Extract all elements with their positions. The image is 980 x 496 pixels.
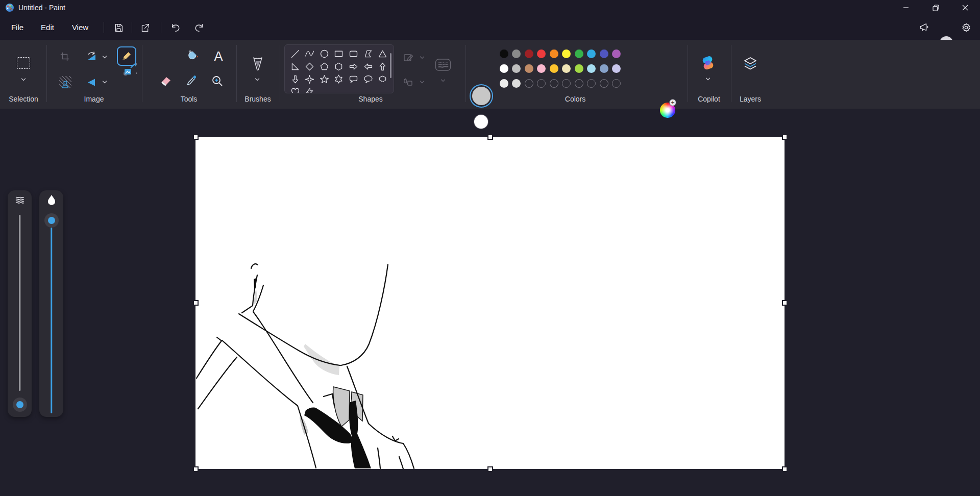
empty-color-slot[interactable]: [550, 79, 558, 88]
shape-right-triangle[interactable]: [289, 60, 301, 72]
save-button[interactable]: [107, 19, 130, 36]
layers-button[interactable]: [742, 55, 759, 72]
color-swatch[interactable]: [575, 49, 583, 58]
add-color-icon[interactable]: +: [669, 99, 676, 106]
color-swatch[interactable]: [537, 64, 546, 73]
shapes-scrollbar[interactable]: [390, 53, 391, 78]
color-swatch[interactable]: [512, 79, 521, 88]
shape-line[interactable]: [289, 47, 301, 60]
color1-swatch[interactable]: [470, 84, 493, 108]
color-swatch[interactable]: [600, 64, 608, 73]
empty-color-slot[interactable]: [575, 79, 583, 88]
color-swatch[interactable]: [612, 49, 621, 58]
shape-six-point-star[interactable]: [333, 73, 345, 85]
shape-five-point-star[interactable]: [318, 73, 330, 85]
shape-ellipse[interactable]: [318, 47, 330, 60]
color-swatch[interactable]: [587, 64, 596, 73]
color-swatch[interactable]: [600, 49, 608, 58]
shape-curve[interactable]: [304, 47, 316, 60]
shape-arrow-left[interactable]: [362, 60, 374, 72]
color-swatch[interactable]: [550, 64, 558, 73]
empty-color-slot[interactable]: [525, 79, 533, 88]
copilot-button[interactable]: [699, 54, 717, 71]
restore-button[interactable]: [921, 0, 950, 15]
empty-color-slot[interactable]: [537, 79, 546, 88]
shape-oval-speech-bubble[interactable]: [362, 73, 374, 85]
shape-rounded-speech-bubble[interactable]: [347, 73, 359, 85]
selection-handle-bottom-center[interactable]: [487, 466, 493, 472]
color-swatch[interactable]: [525, 49, 533, 58]
color-swatch[interactable]: [562, 64, 571, 73]
stroke-thickness-chevron-icon[interactable]: [440, 77, 446, 86]
copilot-dropdown-chevron-icon[interactable]: [705, 75, 711, 84]
color-swatch[interactable]: [550, 49, 558, 58]
shape-pentagon[interactable]: [318, 60, 330, 72]
shape-rounded-rectangle[interactable]: [347, 47, 359, 60]
drawing-canvas[interactable]: [195, 137, 785, 469]
menu-file[interactable]: File: [4, 19, 31, 36]
brushes-dropdown-chevron-icon[interactable]: [254, 76, 260, 85]
share-button[interactable]: [134, 19, 156, 36]
empty-color-slot[interactable]: [587, 79, 596, 88]
color-swatch[interactable]: [525, 64, 533, 73]
shape-hexagon[interactable]: [333, 60, 345, 72]
flip-button[interactable]: [82, 73, 100, 91]
rotate-button[interactable]: [82, 48, 100, 65]
rotate-dropdown-chevron-icon[interactable]: [102, 53, 108, 62]
size-slider-track[interactable]: [19, 215, 21, 391]
brushes-button[interactable]: [249, 55, 266, 72]
selection-handle-middle-left[interactable]: [193, 300, 199, 306]
selection-handle-top-right[interactable]: [782, 134, 788, 140]
opacity-slider-track[interactable]: [51, 228, 53, 413]
color-swatch[interactable]: [575, 64, 583, 73]
shape-outline-chevron-icon[interactable]: [419, 54, 425, 63]
menu-view[interactable]: View: [65, 19, 95, 36]
color-swatch[interactable]: [612, 64, 621, 73]
pencil-tool-button-selected[interactable]: [117, 46, 136, 66]
empty-color-slot[interactable]: [562, 79, 571, 88]
color-swatch[interactable]: [562, 49, 571, 58]
text-tool-button[interactable]: A: [212, 49, 225, 64]
empty-color-slot[interactable]: [612, 79, 621, 88]
shape-four-point-star[interactable]: [304, 73, 316, 85]
minimize-button[interactable]: [891, 0, 921, 15]
feedback-button[interactable]: [913, 19, 935, 36]
shape-triangle[interactable]: [377, 47, 389, 60]
flip-dropdown-chevron-icon[interactable]: [102, 78, 108, 87]
selection-handle-top-center[interactable]: [487, 134, 493, 140]
shape-arrow-right[interactable]: [347, 60, 359, 72]
size-slider-thumb[interactable]: [13, 398, 27, 412]
settings-button[interactable]: [955, 19, 977, 36]
stroke-thickness-button[interactable]: [435, 58, 451, 73]
shape-fill-button[interactable]: [402, 77, 413, 90]
opacity-slider-thumb[interactable]: [44, 213, 59, 228]
selection-rectangle-icon[interactable]: [17, 57, 30, 69]
selection-handle-bottom-left[interactable]: [193, 466, 199, 472]
color-swatch[interactable]: [500, 79, 508, 88]
shape-arrow-down[interactable]: [289, 73, 301, 85]
selection-handle-bottom-right[interactable]: [782, 466, 788, 472]
chevron-down-icon[interactable]: [20, 76, 27, 85]
selection-handle-top-left[interactable]: [193, 134, 199, 140]
shape-diamond[interactable]: [304, 60, 316, 72]
color-swatch[interactable]: [512, 64, 521, 73]
empty-color-slot[interactable]: [600, 79, 608, 88]
shape-lightning[interactable]: [304, 86, 316, 93]
shape-heart[interactable]: [289, 86, 301, 93]
shape-rectangle[interactable]: [333, 47, 345, 60]
color-swatch[interactable]: [500, 64, 508, 73]
fill-tool-button[interactable]: [184, 47, 201, 65]
remove-background-button[interactable]: [57, 73, 74, 91]
color-swatch[interactable]: [512, 49, 521, 58]
redo-button[interactable]: [188, 19, 210, 36]
magnifier-tool-button[interactable]: [209, 72, 226, 90]
eraser-tool-button[interactable]: [157, 72, 175, 90]
undo-button[interactable]: [164, 19, 187, 36]
color-picker-tool-button[interactable]: [183, 72, 200, 89]
color2-swatch[interactable]: [474, 115, 488, 129]
selection-handle-middle-right[interactable]: [782, 300, 788, 306]
shape-cloud-speech-bubble[interactable]: [377, 73, 389, 85]
color-swatch[interactable]: [537, 49, 546, 58]
color-swatch[interactable]: [500, 49, 508, 58]
close-button[interactable]: [950, 0, 980, 15]
